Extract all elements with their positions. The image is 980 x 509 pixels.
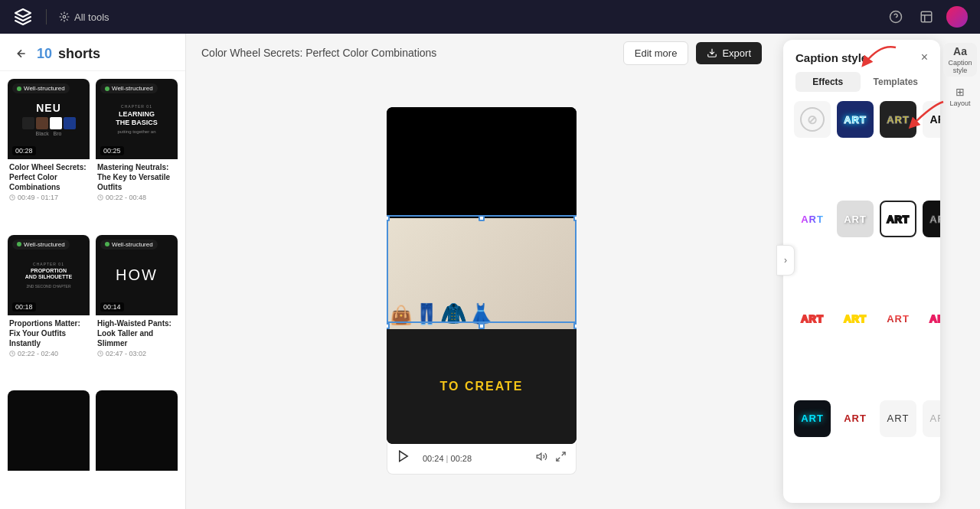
video-frame[interactable]: 👜 👖 🧥 👗 TO CREATE — [387, 107, 577, 444]
handle-bottom-right[interactable] — [573, 323, 577, 329]
caption-style-pink-text: ART — [929, 313, 940, 325]
export-button[interactable]: Export — [696, 42, 762, 64]
short-card-5[interactable] — [8, 390, 90, 501]
caption-styles-grid: ⊘ ART ART ART ART — [783, 92, 940, 503]
video-caption-text: TO CREATE — [440, 380, 524, 393]
caption-style-plain-text: ART — [887, 413, 910, 424]
short-card-4[interactable]: HOW Well-structured 00:14 High-Waisted P… — [96, 235, 178, 385]
user-avatar[interactable] — [946, 6, 968, 28]
export-label: Export — [722, 47, 751, 59]
handle-top-right[interactable] — [573, 215, 577, 221]
caption-style-pink-outline[interactable]: ART — [923, 301, 940, 338]
caption-style-black2-text: ART — [887, 214, 910, 225]
short-card-1[interactable]: NEU Black Bro Well-structured 00 — [8, 79, 90, 229]
video-top-section — [387, 107, 577, 218]
svg-line-10 — [557, 458, 560, 461]
well-structured-badge-2: Well-structured — [100, 83, 158, 93]
svg-line-9 — [562, 452, 565, 455]
all-tools-button[interactable]: All tools — [59, 11, 109, 23]
caption-style-thin-outline[interactable]: ART — [923, 400, 940, 437]
total-time: 00:28 — [451, 454, 472, 463]
fullscreen-button[interactable] — [555, 451, 567, 465]
video-wrapper: 👜 👖 🧥 👗 TO CREATE — [201, 72, 762, 509]
caption-style-purple-outline[interactable]: ART — [794, 201, 831, 237]
caption-style-dark-fill[interactable]: ART — [923, 101, 940, 138]
video-middle-section: 👜 👖 🧥 👗 — [387, 218, 577, 329]
caption-style-none[interactable]: ⊘ — [794, 101, 831, 138]
caption-style-sidebar-icon[interactable]: Aa Captionstyle — [943, 43, 977, 77]
play-button[interactable] — [397, 449, 415, 468]
svg-point-0 — [63, 15, 66, 18]
handle-bottom-left[interactable] — [387, 323, 390, 329]
caption-style-dark-outline[interactable]: ART — [923, 201, 940, 237]
main-header: Color Wheel Secrets: Perfect Color Combi… — [201, 34, 762, 72]
caption-style-yellow-fill[interactable]: ART — [880, 101, 916, 138]
caption-style-thin-text: ART — [930, 413, 940, 424]
caption-style-plain-dark[interactable]: ART — [880, 400, 916, 437]
header-actions: Edit more Export — [623, 41, 762, 65]
well-structured-badge-4: Well-structured — [100, 240, 158, 250]
layout-icon-symbol: ⊞ — [956, 86, 965, 98]
caption-style-yellow-stroke[interactable]: ART — [837, 301, 874, 338]
short-duration-4: 02:47 - 03:02 — [97, 350, 176, 357]
handle-top-middle[interactable] — [479, 215, 485, 221]
caption-close-button[interactable]: × — [921, 51, 928, 64]
short-card-2[interactable]: CHAPTER 01 LEARNINGTHE BASICS putting to… — [96, 79, 178, 229]
caption-style-red-outline[interactable]: ART — [794, 301, 831, 338]
main-area: Color Wheel Secrets: Perfect Color Combi… — [186, 34, 777, 509]
edit-more-button[interactable]: Edit more — [623, 41, 689, 65]
tab-effects[interactable]: Effects — [795, 72, 861, 92]
caption-header: Caption style × — [783, 40, 940, 64]
time-display: 00:24 | 00:28 — [423, 454, 472, 463]
caption-style-red-dark-text: ART — [844, 413, 867, 424]
caption-style-white-shadow[interactable]: ART — [837, 201, 874, 237]
video-bottom-section: TO CREATE — [387, 329, 577, 444]
short-card-6[interactable] — [96, 390, 178, 501]
handle-top-left[interactable] — [387, 215, 390, 221]
caption-style-blue-outline[interactable]: ART — [837, 101, 874, 138]
handle-bottom-middle[interactable] — [479, 323, 485, 329]
caption-style-white-text: ART — [844, 214, 867, 225]
caption-style-purple-text: ART — [801, 214, 824, 225]
short-title-2: Mastering Neutrals: The Key to Versatile… — [97, 162, 176, 192]
no-style-icon: ⊘ — [800, 107, 825, 132]
layout-sidebar-icon[interactable]: ⊞ Layout — [943, 80, 977, 113]
top-navigation: All tools — [0, 0, 980, 34]
download-icon[interactable] — [916, 6, 937, 28]
left-panel: 10 shorts NEU Black Bro — [0, 34, 186, 509]
short-title-3: Proportions Matter: Fix Your Outfits Ins… — [9, 318, 88, 348]
caption-style-yellow-text: ART — [887, 114, 910, 126]
back-button[interactable] — [12, 44, 31, 63]
caption-style-dark-outline-text: ART — [929, 214, 940, 225]
sidebar-icons: Aa Captionstyle ⊞ Layout — [940, 34, 980, 509]
caption-style-red-gradient-text: ART — [887, 313, 910, 325]
caption-style-dark-text: ART — [930, 113, 940, 126]
well-structured-badge-3: Well-structured — [12, 240, 70, 250]
right-panel: Caption style × Effects Templates ⊘ ART … — [777, 34, 980, 509]
current-time: 00:24 — [423, 454, 444, 463]
short-duration-3: 02:22 - 02:40 — [9, 350, 88, 357]
short-card-3[interactable]: CHAPTER 01 PROPORTIONAND SILHOUETTE 2ND … — [8, 235, 90, 385]
caption-style-cyan-glow[interactable]: ART — [794, 400, 831, 437]
caption-style-black-fill2[interactable]: ART — [880, 201, 916, 237]
layout-icon-label: Layout — [949, 100, 970, 107]
video-container: 👜 👖 🧥 👗 TO CREATE — [387, 107, 577, 475]
help-icon[interactable] — [885, 6, 906, 28]
video-controls: 00:24 | 00:28 — [387, 443, 577, 475]
app-logo[interactable] — [12, 6, 34, 28]
all-tools-label: All tools — [74, 11, 109, 23]
caption-style-red-dark[interactable]: ART — [837, 400, 874, 437]
svg-rect-2 — [921, 11, 932, 22]
caption-style-red-gradient[interactable]: ART — [880, 301, 916, 338]
caption-style-icon-symbol: Aa — [953, 45, 967, 57]
main-title: Color Wheel Secrets: Perfect Color Combi… — [201, 47, 436, 59]
short-duration-2: 00:22 - 00:48 — [97, 194, 176, 201]
volume-button[interactable] — [536, 451, 547, 465]
short-title-1: Color Wheel Secrets: Perfect Color Combi… — [9, 162, 88, 192]
tab-templates[interactable]: Templates — [864, 72, 929, 92]
time-badge-2: 00:25 — [100, 146, 124, 155]
time-badge-4: 00:14 — [100, 302, 124, 312]
nav-right-actions — [885, 6, 968, 28]
collapse-arrow[interactable]: › — [776, 245, 795, 276]
content-area: 10 shorts NEU Black Bro — [0, 34, 980, 509]
